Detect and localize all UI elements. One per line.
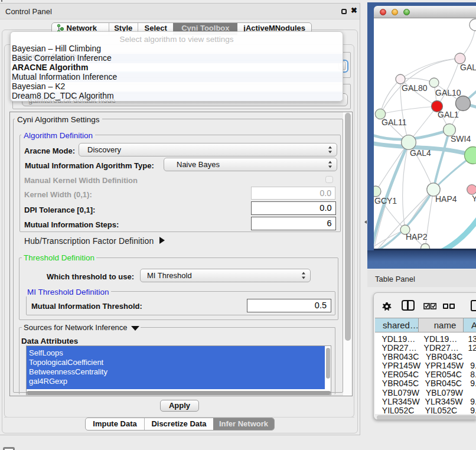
svg-text:HAP2: HAP2 <box>406 232 428 242</box>
svg-text:GCY1: GCY1 <box>374 196 397 206</box>
svg-text:HAP4: HAP4 <box>435 194 457 204</box>
svg-text:GAL7: GAL7 <box>460 63 476 72</box>
svg-text:GAL4: GAL4 <box>410 148 431 158</box>
svg-text:SWI4: SWI4 <box>451 134 471 144</box>
svg-text:GAL11: GAL11 <box>382 118 407 127</box>
svg-text:GAL10: GAL10 <box>435 88 461 97</box>
svg-text:Y: Y <box>472 194 476 203</box>
svg-text:GAL80: GAL80 <box>402 83 428 93</box>
svg-text:GAL1: GAL1 <box>438 110 459 119</box>
